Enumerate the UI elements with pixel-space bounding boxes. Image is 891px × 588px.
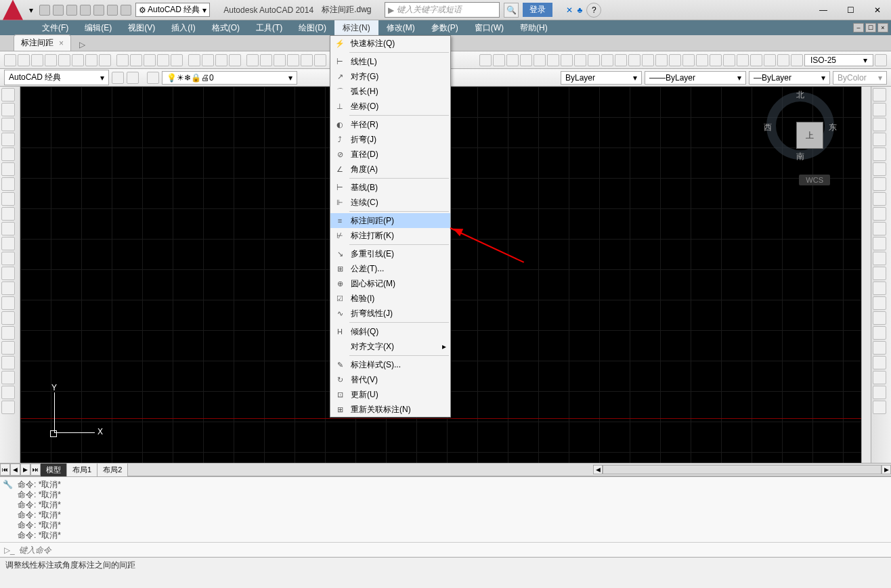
modify-tool-icon[interactable]	[873, 103, 886, 116]
draw-tool-icon[interactable]	[1, 133, 15, 146]
dim-style-combo[interactable]: ISO-25	[804, 54, 873, 66]
modify-tool-icon[interactable]	[873, 118, 886, 131]
layer-manager-icon[interactable]	[147, 72, 159, 84]
command-input[interactable]	[19, 545, 887, 555]
menu-item[interactable]: 格式(O)	[204, 20, 248, 36]
workspace-combo[interactable]: AutoCAD 经典 ▾	[135, 3, 210, 17]
menu-dropdown-item[interactable]: ⊬标注打断(K)	[330, 228, 450, 243]
menu-dropdown-item[interactable]: ⊞公差(T)...	[330, 261, 450, 276]
toolbar-icon[interactable]	[246, 54, 259, 66]
menu-dropdown-item[interactable]: ⊢线性(L)	[330, 54, 450, 69]
draw-tool-icon[interactable]	[1, 401, 15, 414]
dim-toolbar-icon[interactable]	[506, 54, 519, 66]
toolbar-icon[interactable]	[274, 54, 286, 66]
draw-tool-icon[interactable]	[1, 222, 15, 235]
modify-tool-icon[interactable]	[873, 311, 886, 325]
hscroll-right[interactable]: ▶	[882, 465, 891, 474]
menu-dropdown-item[interactable]: ⊞重新关联标注(N)	[330, 402, 450, 417]
toolbar-icon[interactable]	[157, 54, 169, 66]
mdi-restore[interactable]: ☐	[865, 23, 876, 32]
draw-tool-icon[interactable]	[1, 341, 15, 355]
modify-tool-icon[interactable]	[873, 207, 886, 221]
draw-tool-icon[interactable]	[1, 386, 15, 399]
dim-toolbar-icon[interactable]	[574, 54, 586, 66]
menu-dropdown-item[interactable]: ⊘直径(D)	[330, 147, 450, 162]
new-icon[interactable]	[39, 5, 50, 16]
menu-dropdown-item[interactable]: ⚡快速标注(Q)	[330, 36, 450, 51]
tab-last[interactable]: ⏭	[30, 463, 41, 476]
menu-dropdown-item[interactable]: ↗对齐(G)	[330, 69, 450, 84]
menu-dropdown-item[interactable]: ⊢基线(B)	[330, 180, 450, 195]
dim-toolbar-icon[interactable]	[561, 54, 573, 66]
dim-toolbar-icon[interactable]	[777, 54, 789, 66]
vscrollbar[interactable]	[861, 87, 871, 463]
dim-toolbar-icon[interactable]	[601, 54, 613, 66]
exchange-icon-2[interactable]: ♣	[577, 5, 582, 15]
menu-dropdown-item[interactable]: ⌒弧长(H)	[330, 84, 450, 99]
dim-toolbar-icon[interactable]	[723, 54, 735, 66]
hscrollbar[interactable]	[603, 465, 882, 474]
menu-dropdown-item[interactable]: ⤴折弯(J)	[330, 132, 450, 147]
dim-toolbar-icon[interactable]	[628, 54, 640, 66]
modify-tool-icon[interactable]	[873, 401, 886, 414]
menu-dropdown-item[interactable]: ≡标注间距(P)	[330, 213, 450, 228]
draw-tool-icon[interactable]	[1, 371, 15, 384]
search-input[interactable]: 键入关键字或短语	[385, 2, 500, 18]
menu-item[interactable]: 文件(F)	[34, 20, 77, 36]
modify-tool-icon[interactable]	[873, 356, 886, 369]
toolbar-icon[interactable]	[287, 54, 299, 66]
dim-toolbar-icon[interactable]	[547, 54, 559, 66]
draw-tool-icon[interactable]	[1, 326, 15, 340]
menu-item[interactable]: 标注(N)	[334, 20, 378, 36]
open-icon[interactable]	[53, 5, 64, 16]
tab-prev[interactable]: ◀	[10, 463, 20, 476]
modify-tool-icon[interactable]	[873, 371, 886, 384]
menu-dropdown-item[interactable]: ☑检验(I)	[330, 291, 450, 306]
dim-toolbar-icon[interactable]	[682, 54, 695, 66]
dim-toolbar-icon[interactable]	[737, 54, 749, 66]
menu-item[interactable]: 绘图(D)	[290, 20, 334, 36]
draw-tool-icon[interactable]	[1, 192, 15, 206]
modify-tool-icon[interactable]	[873, 177, 886, 191]
menu-item[interactable]: 工具(T)	[248, 20, 290, 36]
tab-first[interactable]: ⏮	[0, 463, 10, 476]
saveas-icon[interactable]	[80, 5, 91, 16]
linetype-combo[interactable]: —— ByLayer▾	[645, 71, 746, 85]
modify-tool-icon[interactable]	[873, 252, 886, 265]
gear-icon[interactable]	[112, 72, 124, 84]
draw-tool-icon[interactable]	[1, 103, 15, 116]
app-menu-arrow[interactable]: ▾	[26, 5, 37, 15]
toolbar-icon[interactable]	[130, 54, 142, 66]
redo-icon[interactable]	[121, 5, 131, 16]
toolbar-icon[interactable]	[99, 54, 111, 66]
modify-tool-icon[interactable]	[873, 148, 886, 161]
dim-toolbar-icon[interactable]	[520, 54, 532, 66]
menu-item[interactable]: 参数(P)	[423, 20, 466, 36]
dim-toolbar-icon[interactable]	[534, 54, 546, 66]
modify-tool-icon[interactable]	[873, 162, 886, 176]
draw-tool-icon[interactable]	[1, 252, 15, 265]
draw-tool-icon[interactable]	[1, 311, 15, 325]
layout-tab[interactable]: 布局1	[67, 463, 97, 476]
toolbar-icon[interactable]	[144, 54, 156, 66]
menu-dropdown-item[interactable]: ⊥坐标(O)	[330, 99, 450, 114]
toolbar-icon[interactable]	[116, 54, 129, 66]
layer-props-icon[interactable]	[127, 72, 139, 84]
dim-toolbar-icon[interactable]	[588, 54, 600, 66]
layer-combo[interactable]: 💡☀❄🔒🖨 0 ▾	[162, 71, 297, 85]
modify-tool-icon[interactable]	[873, 237, 886, 250]
toolbar-icon[interactable]	[4, 54, 16, 66]
plot-icon[interactable]	[93, 5, 104, 16]
lineweight-combo[interactable]: — ByLayer▾	[749, 71, 830, 85]
dim-toolbar-icon[interactable]	[493, 54, 505, 66]
menu-item[interactable]: 编辑(E)	[77, 20, 120, 36]
save-icon[interactable]	[66, 5, 77, 16]
dim-toolbar-icon[interactable]	[642, 54, 654, 66]
dim-toolbar-icon[interactable]	[615, 54, 627, 66]
draw-tool-icon[interactable]	[1, 237, 15, 250]
exchange-icon[interactable]: ✕	[566, 5, 573, 15]
hscroll-left[interactable]: ◀	[593, 465, 603, 474]
modify-tool-icon[interactable]	[873, 341, 886, 355]
layout-tab[interactable]: 模型	[41, 463, 67, 476]
menu-dropdown-item[interactable]: ✎标注样式(S)...	[330, 357, 450, 372]
